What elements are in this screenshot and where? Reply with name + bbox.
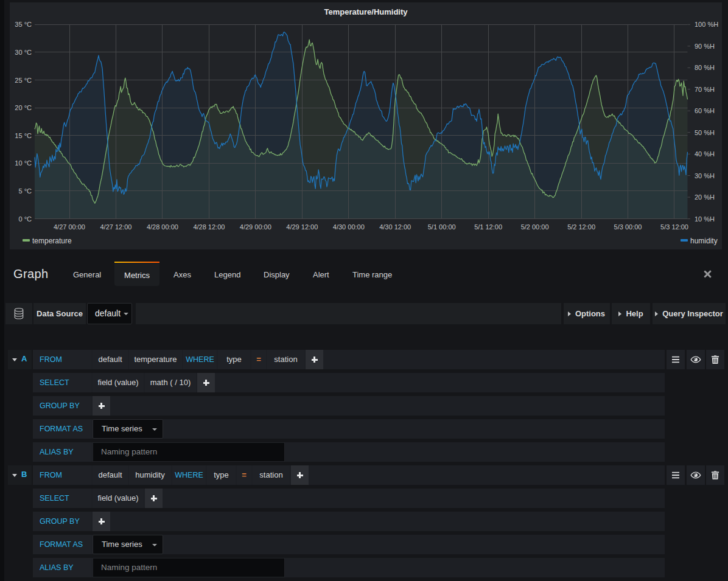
svg-text:20 °C: 20 °C <box>15 104 32 111</box>
svg-text:Temperature/Humidity: Temperature/Humidity <box>324 7 408 16</box>
svg-text:90 %H: 90 %H <box>695 43 715 50</box>
svg-text:humidity: humidity <box>690 237 718 245</box>
svg-text:4/30 00:00: 4/30 00:00 <box>333 223 365 231</box>
svg-text:5/3 12:00: 5/3 12:00 <box>660 223 688 231</box>
svg-text:25 °C: 25 °C <box>15 77 32 84</box>
svg-text:4/29 00:00: 4/29 00:00 <box>240 223 271 231</box>
svg-text:4/30 12:00: 4/30 12:00 <box>379 223 411 231</box>
svg-text:4/29 12:00: 4/29 12:00 <box>286 223 318 231</box>
svg-text:5/1 12:00: 5/1 12:00 <box>474 223 502 231</box>
svg-text:40 %H: 40 %H <box>695 150 715 158</box>
svg-text:5 °C: 5 °C <box>18 187 32 195</box>
svg-text:20 %H: 20 %H <box>695 193 715 201</box>
svg-text:80 %H: 80 %H <box>695 64 715 71</box>
svg-text:10 °C: 10 °C <box>15 159 32 167</box>
svg-text:4/28 12:00: 4/28 12:00 <box>193 223 225 231</box>
svg-text:60 %H: 60 %H <box>695 107 715 114</box>
svg-text:4/27 12:00: 4/27 12:00 <box>100 223 132 231</box>
svg-text:30 %H: 30 %H <box>695 172 715 179</box>
svg-text:5/1 00:00: 5/1 00:00 <box>428 223 456 231</box>
svg-text:70 %H: 70 %H <box>695 86 715 93</box>
svg-text:50 %H: 50 %H <box>695 129 715 136</box>
svg-text:15 °C: 15 °C <box>15 132 32 139</box>
svg-text:temperature: temperature <box>32 237 72 245</box>
svg-text:5/3 00:00: 5/3 00:00 <box>614 223 642 231</box>
svg-text:5/2 12:00: 5/2 12:00 <box>567 223 595 231</box>
svg-text:4/27 00:00: 4/27 00:00 <box>54 223 85 231</box>
svg-text:30 °C: 30 °C <box>15 49 32 56</box>
svg-text:35 °C: 35 °C <box>15 21 32 28</box>
svg-text:0 °C: 0 °C <box>18 215 32 223</box>
svg-text:10 %H: 10 %H <box>695 215 715 223</box>
svg-text:5/2 00:00: 5/2 00:00 <box>521 223 549 231</box>
svg-text:4/28 00:00: 4/28 00:00 <box>147 223 178 231</box>
svg-text:100 %H: 100 %H <box>695 21 718 28</box>
